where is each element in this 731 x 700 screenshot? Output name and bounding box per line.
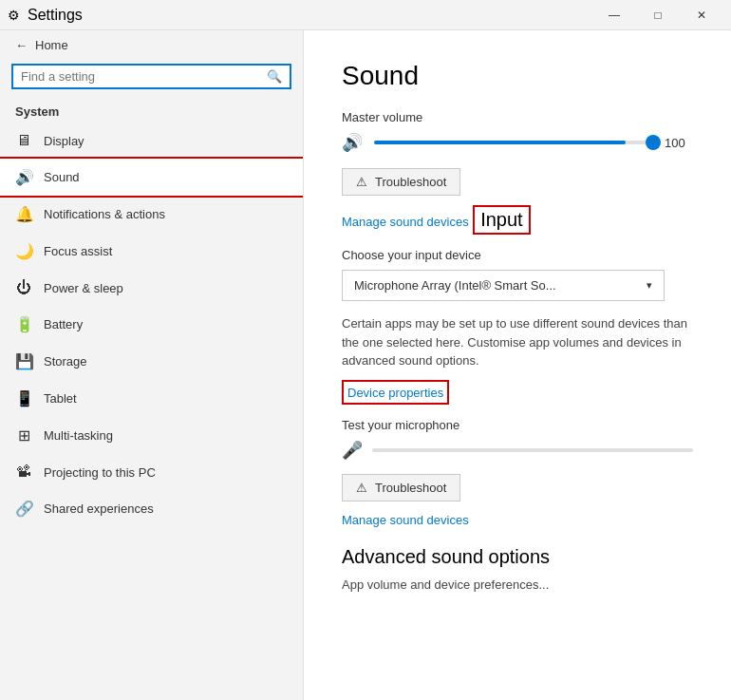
multitasking-icon: ⊞ (15, 426, 32, 445)
search-input[interactable] (21, 69, 267, 84)
test-mic-label: Test your microphone (342, 418, 693, 432)
input-device-dropdown[interactable]: Microphone Array (Intel® Smart So... ▾ (342, 270, 665, 301)
advanced-title: Advanced sound options (342, 546, 693, 568)
close-button[interactable]: ✕ (680, 0, 723, 30)
shared-icon: 🔗 (15, 500, 32, 518)
info-text: Certain apps may be set up to use differ… (342, 314, 693, 370)
sidebar-item-label: Storage (44, 354, 87, 369)
sidebar-item-label: Sound (44, 170, 80, 184)
sidebar-item-power[interactable]: ⏻ Power & sleep (0, 270, 303, 306)
search-icon: 🔍 (267, 69, 282, 84)
back-button[interactable]: ← Home (0, 30, 303, 60)
manage-devices-link[interactable]: Manage sound devices (342, 215, 469, 229)
input-section-box: Input (473, 205, 530, 235)
sidebar-item-label: Display (44, 134, 84, 148)
window-icon: ⚙ (8, 8, 20, 23)
sidebar-item-focus[interactable]: 🌙 Focus assist (0, 233, 303, 270)
sound-icon: 🔊 (15, 168, 32, 186)
sidebar-section-title: System (0, 97, 303, 123)
back-label: Home (35, 38, 68, 52)
sidebar-item-multitasking[interactable]: ⊞ Multi-tasking (0, 417, 303, 454)
volume-thumb[interactable] (646, 135, 661, 150)
advanced-sub: App volume and device preferences... (342, 576, 693, 595)
input-section-title: Input (475, 207, 528, 233)
titlebar-controls: — □ ✕ (592, 0, 723, 30)
troubleshoot-button-2[interactable]: ⚠ Troubleshoot (342, 474, 460, 501)
sidebar-item-label: Multi-tasking (44, 428, 113, 443)
back-icon: ← (15, 38, 28, 52)
window-title: Settings (28, 7, 83, 24)
sidebar-item-label: Notifications & actions (44, 207, 165, 221)
mic-level-track (372, 448, 693, 452)
volume-row: 🔊 100 (342, 132, 693, 153)
titlebar: ⚙ Settings — □ ✕ (0, 0, 731, 30)
content-area: Sound Master volume 🔊 100 ⚠ Troubleshoot… (304, 30, 731, 700)
device-properties-box: Device properties (342, 380, 449, 405)
chevron-down-icon: ▾ (647, 279, 652, 292)
warning-icon-2: ⚠ (356, 481, 367, 495)
storage-icon: 💾 (15, 352, 32, 370)
troubleshoot-label-2: Troubleshoot (375, 481, 446, 495)
sidebar-item-sound[interactable]: 🔊 Sound (0, 159, 303, 196)
master-volume-label: Master volume (342, 110, 693, 124)
mic-icon: 🎤 (342, 440, 363, 461)
sidebar-item-notifications[interactable]: 🔔 Notifications & actions (0, 196, 303, 233)
sidebar-item-tablet[interactable]: 📱 Tablet (0, 380, 303, 417)
projecting-icon: 📽 (15, 464, 32, 481)
manage-devices-link-2[interactable]: Manage sound devices (342, 513, 469, 527)
device-properties-link[interactable]: Device properties (347, 386, 443, 400)
dropdown-value: Microphone Array (Intel® Smart So... (354, 278, 556, 293)
volume-slider[interactable] (374, 141, 653, 144)
sidebar-item-shared[interactable]: 🔗 Shared experiences (0, 490, 303, 527)
maximize-button[interactable]: □ (636, 0, 680, 30)
volume-value: 100 (665, 136, 693, 150)
main-layout: ← Home 🔍 System 🖥 Display 🔊 Sound 🔔 Noti… (0, 30, 731, 700)
sidebar-item-label: Battery (44, 317, 83, 331)
focus-icon: 🌙 (15, 242, 32, 260)
battery-icon: 🔋 (15, 315, 32, 333)
troubleshoot-label: Troubleshoot (375, 175, 446, 189)
sidebar-item-label: Shared experiences (44, 501, 154, 516)
volume-fill (374, 141, 626, 144)
sidebar-item-projecting[interactable]: 📽 Projecting to this PC (0, 454, 303, 490)
mic-row: 🎤 (342, 440, 693, 461)
titlebar-left: ⚙ Settings (8, 7, 83, 24)
volume-icon: 🔊 (342, 132, 363, 153)
tablet-icon: 📱 (15, 389, 32, 407)
sidebar-item-display[interactable]: 🖥 Display (0, 123, 303, 159)
choose-input-label: Choose your input device (342, 248, 693, 262)
power-icon: ⏻ (15, 279, 32, 296)
sidebar: ← Home 🔍 System 🖥 Display 🔊 Sound 🔔 Noti… (0, 30, 304, 700)
sidebar-item-label: Focus assist (44, 244, 112, 258)
sidebar-item-battery[interactable]: 🔋 Battery (0, 306, 303, 343)
search-box: 🔍 (11, 64, 291, 89)
sidebar-item-storage[interactable]: 💾 Storage (0, 343, 303, 380)
sidebar-item-label: Tablet (44, 391, 77, 406)
page-title: Sound (342, 61, 693, 91)
display-icon: 🖥 (15, 132, 32, 149)
troubleshoot-button[interactable]: ⚠ Troubleshoot (342, 168, 460, 196)
warning-icon: ⚠ (356, 175, 367, 189)
sidebar-item-label: Projecting to this PC (44, 465, 156, 480)
notifications-icon: 🔔 (15, 205, 32, 223)
sidebar-item-label: Power & sleep (44, 281, 123, 295)
minimize-button[interactable]: — (592, 0, 636, 30)
